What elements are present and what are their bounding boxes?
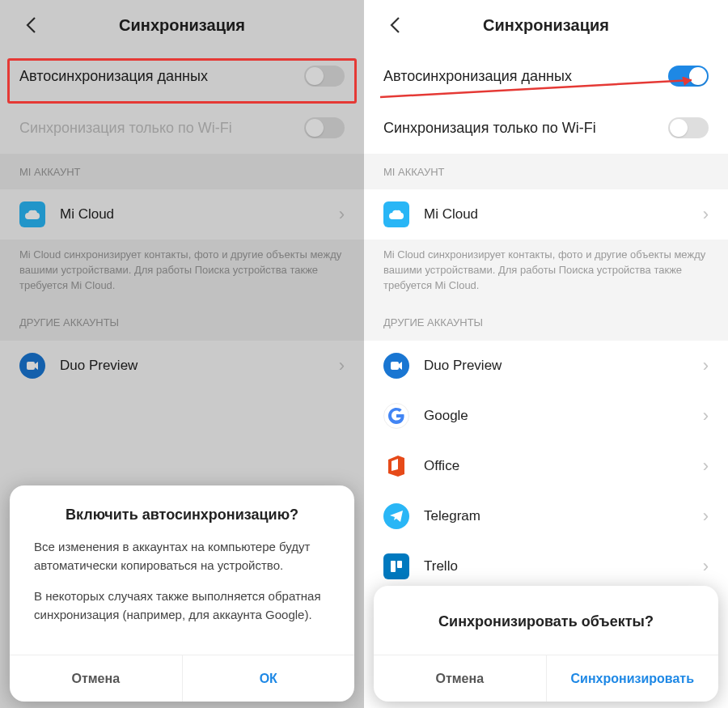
dialog-title: Синхронизировать объекты?: [374, 586, 718, 655]
wifi-sync-row: Синхронизация только по Wi-Fi: [0, 102, 364, 154]
telegram-label: Telegram: [424, 508, 703, 524]
trello-icon: [383, 553, 409, 579]
dialog-actions: Отмена Синхронизировать: [374, 655, 718, 702]
telegram-icon: [383, 503, 409, 529]
autosync-toggle[interactable]: [668, 66, 709, 87]
chevron-right-icon: ›: [703, 556, 709, 577]
page-title: Синхронизация: [0, 16, 364, 35]
autosync-toggle[interactable]: [304, 66, 345, 87]
wifi-sync-toggle: [304, 117, 345, 138]
dialog-body: Все изменения в аккаунтах на компьютере …: [10, 538, 354, 655]
svg-rect-0: [27, 362, 35, 370]
google-icon: [383, 403, 409, 429]
chevron-right-icon: ›: [703, 355, 709, 376]
cancel-button[interactable]: Отмена: [10, 655, 182, 702]
section-mi-account: MI АККАУНТ: [0, 154, 364, 189]
section-other-accounts: ДРУГИЕ АККАУНТЫ: [0, 305, 364, 341]
wifi-sync-label: Синхронизация только по Wi-Fi: [19, 120, 304, 137]
trello-row[interactable]: Trello ›: [364, 541, 728, 591]
sync-button[interactable]: Синхронизировать: [546, 655, 719, 702]
telegram-row[interactable]: Telegram ›: [364, 491, 728, 541]
trello-label: Trello: [424, 558, 703, 574]
google-row[interactable]: Google ›: [364, 391, 728, 441]
mi-cloud-row[interactable]: Mi Cloud ›: [364, 189, 728, 240]
cloud-icon: [383, 201, 409, 227]
page-title: Синхронизация: [364, 16, 728, 35]
duo-icon: [383, 353, 409, 379]
autosync-label: Автосинхронизация данных: [19, 68, 304, 85]
chevron-right-icon: ›: [703, 405, 709, 426]
ok-button[interactable]: ОК: [182, 655, 355, 702]
mi-cloud-description: Mi Cloud синхронизирует контакты, фото и…: [364, 240, 728, 305]
wifi-sync-toggle: [668, 117, 709, 138]
sync-dialog: Синхронизировать объекты? Отмена Синхрон…: [374, 586, 718, 702]
mi-cloud-description: Mi Cloud синхронизирует контакты, фото и…: [0, 240, 364, 305]
dialog-paragraph-2: В некоторых случаях также выполняется об…: [34, 587, 330, 624]
chevron-right-icon: ›: [339, 204, 345, 225]
wifi-sync-label: Синхронизация только по Wi-Fi: [383, 120, 668, 137]
chevron-right-icon: ›: [703, 506, 709, 527]
dialog-actions: Отмена ОК: [10, 655, 354, 702]
mi-cloud-label: Mi Cloud: [60, 206, 339, 223]
chevron-right-icon: ›: [703, 456, 709, 477]
autosync-row[interactable]: Автосинхронизация данных: [0, 50, 364, 102]
mi-cloud-label: Mi Cloud: [424, 206, 703, 223]
office-icon: [383, 453, 409, 479]
left-screenshot: Синхронизация Автосинхронизация данных С…: [0, 0, 364, 708]
duo-icon: [19, 353, 45, 379]
wifi-sync-row: Синхронизация только по Wi-Fi: [364, 102, 728, 154]
duo-row[interactable]: Duo Preview ›: [0, 341, 364, 391]
header: Синхронизация: [0, 0, 364, 50]
autosync-dialog: Включить автосинхронизацию? Все изменени…: [10, 485, 354, 702]
duo-label: Duo Preview: [424, 358, 703, 374]
duo-row[interactable]: Duo Preview ›: [364, 341, 728, 391]
section-mi-account: MI АККАУНТ: [364, 154, 728, 189]
section-other-accounts: ДРУГИЕ АККАУНТЫ: [364, 305, 728, 341]
office-row[interactable]: Office ›: [364, 441, 728, 491]
svg-rect-4: [397, 561, 402, 568]
office-label: Office: [424, 458, 703, 474]
svg-rect-2: [391, 362, 399, 370]
cancel-button[interactable]: Отмена: [374, 655, 546, 702]
duo-label: Duo Preview: [60, 358, 339, 374]
cloud-icon: [19, 201, 45, 227]
autosync-label: Автосинхронизация данных: [383, 68, 668, 85]
header: Синхронизация: [364, 0, 728, 50]
right-screenshot: Синхронизация Автосинхронизация данных С…: [364, 0, 728, 708]
svg-rect-3: [391, 561, 396, 572]
mi-cloud-row[interactable]: Mi Cloud ›: [0, 189, 364, 240]
google-label: Google: [424, 408, 703, 424]
dialog-paragraph-1: Все изменения в аккаунтах на компьютере …: [34, 538, 330, 574]
chevron-right-icon: ›: [339, 355, 345, 376]
dialog-title: Включить автосинхронизацию?: [10, 485, 354, 538]
autosync-row[interactable]: Автосинхронизация данных: [364, 50, 728, 102]
chevron-right-icon: ›: [703, 204, 709, 225]
